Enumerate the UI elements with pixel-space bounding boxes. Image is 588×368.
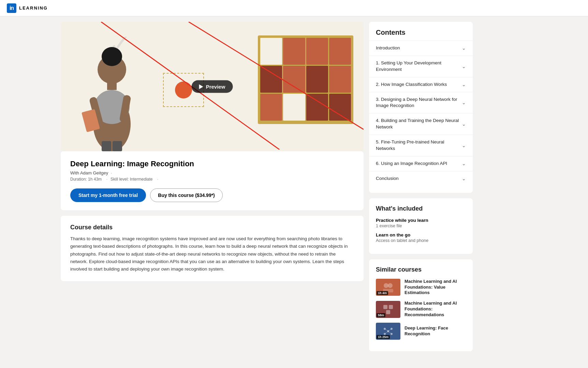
- grid-cell: [329, 38, 351, 65]
- contents-item-label: 3. Designing a Deep Neural Network for I…: [376, 96, 462, 109]
- included-item-practice: Practice while you learn 1 exercise file: [376, 218, 466, 228]
- chevron-down-icon: ⌄: [462, 143, 466, 148]
- course-details-section: Course details Thanks to deep learning, …: [61, 216, 364, 281]
- chevron-down-icon: ⌄: [462, 82, 466, 87]
- orange-circle: [175, 81, 192, 98]
- duration: Duration: 1h 43m: [70, 177, 102, 182]
- contents-item-label: 6. Using an Image Recognition API: [376, 160, 462, 167]
- course-description: Thanks to deep learning, image recogniti…: [70, 235, 354, 273]
- chevron-down-icon: ⌄: [462, 161, 466, 166]
- similar-course-info-2: Machine Learning and AI Foundations: Rec…: [405, 301, 466, 318]
- contents-item-1[interactable]: 1. Setting Up Your Development Environme…: [369, 56, 473, 77]
- similar-course-title-2: Machine Learning and AI Foundations: Rec…: [405, 301, 466, 318]
- grid-cell: [306, 94, 328, 121]
- preview-label: Preview: [206, 84, 225, 90]
- chevron-down-icon: ⌄: [462, 176, 466, 181]
- contents-item-conclusion[interactable]: Conclusion ⌄: [369, 171, 473, 186]
- preview-button[interactable]: Preview: [192, 80, 233, 93]
- contents-item-4[interactable]: 4. Building and Training the Deep Neural…: [369, 113, 473, 135]
- similar-courses-title: Similar courses: [376, 266, 466, 273]
- similar-course-item-1[interactable]: 1h 4m Machine Learning and AI Foundation…: [376, 279, 466, 296]
- woman-illustration: [74, 35, 149, 151]
- cta-buttons: Start my 1-month free trial Buy this cou…: [70, 188, 354, 202]
- svg-line-25: [385, 331, 388, 334]
- contents-item-label: Introduction: [376, 45, 462, 51]
- svg-rect-9: [102, 141, 111, 151]
- chevron-down-icon: ⌄: [462, 100, 466, 105]
- grid-cell: [260, 94, 282, 121]
- duration-badge-3: 1h 25m: [377, 335, 390, 339]
- thumbnail-inner: ✓: [61, 22, 364, 151]
- grid-cell: [306, 66, 328, 93]
- similar-course-thumb-2: 58m: [376, 301, 400, 318]
- course-thumbnail: ✓: [61, 22, 364, 151]
- duration-badge-2: 58m: [377, 313, 385, 317]
- course-meta: Duration: 1h 43m · Skill level: Intermed…: [70, 177, 354, 182]
- grid-cell: [260, 38, 282, 65]
- whats-included-card: What's included Practice while you learn…: [369, 198, 473, 254]
- contents-item-label: 2. How Image Classification Works: [376, 81, 462, 88]
- svg-line-26: [388, 329, 392, 331]
- header: in LEARNING: [0, 0, 588, 16]
- grid-cell: [260, 66, 282, 93]
- contents-item-label: Conclusion: [376, 175, 462, 182]
- whats-included-title: What's included: [376, 205, 466, 212]
- svg-rect-10: [113, 141, 122, 151]
- contents-item-3[interactable]: 3. Designing a Deep Neural Network for I…: [369, 92, 473, 114]
- contents-item-introduction[interactable]: Introduction ⌄: [369, 41, 473, 56]
- svg-point-3: [106, 49, 118, 61]
- grid-cell: [306, 38, 328, 65]
- similar-course-info-1: Machine Learning and AI Foundations: Val…: [405, 279, 466, 296]
- contents-item-2[interactable]: 2. How Image Classification Works ⌄: [369, 77, 473, 92]
- logo-container[interactable]: in LEARNING: [7, 3, 48, 13]
- course-details-heading: Course details: [70, 224, 354, 231]
- similar-course-title-1: Machine Learning and AI Foundations: Val…: [405, 279, 466, 296]
- grid-cell: [283, 38, 305, 65]
- similar-course-item-3[interactable]: 1h 25m Deep Learning: Face Recognition: [376, 323, 466, 340]
- svg-rect-4: [107, 82, 117, 90]
- grid-cell: [283, 66, 305, 93]
- grid-illustration: [258, 35, 353, 124]
- contents-item-6[interactable]: 6. Using an Image Recognition API ⌄: [369, 156, 473, 171]
- svg-point-14: [388, 283, 393, 288]
- course-title: Deep Learning: Image Recognition: [70, 159, 354, 168]
- sidebar: Contents Introduction ⌄ 1. Setting Up Yo…: [369, 16, 478, 357]
- brand-label: LEARNING: [19, 5, 48, 11]
- contents-item-label: 1. Setting Up Your Development Environme…: [376, 60, 462, 73]
- chevron-down-icon: ⌄: [462, 64, 466, 69]
- chevron-down-icon: ⌄: [462, 121, 466, 127]
- mobile-subtitle: Access on tablet and phone: [376, 238, 466, 243]
- practice-title: Practice while you learn: [376, 218, 466, 223]
- contents-card: Contents Introduction ⌄ 1. Setting Up Yo…: [369, 22, 473, 193]
- main-content: ✓: [55, 16, 369, 357]
- svg-rect-18: [386, 310, 390, 314]
- similar-courses-card: Similar courses 1h 4m Machine Learning a…: [369, 259, 473, 351]
- contents-title: Contents: [369, 29, 473, 41]
- mobile-title: Learn on the go: [376, 232, 466, 237]
- contents-item-label: 4. Building and Training the Deep Neural…: [376, 118, 462, 131]
- similar-course-info-3: Deep Learning: Face Recognition: [405, 325, 466, 337]
- skill-level: Skill level: Intermediate: [111, 177, 152, 182]
- contents-item-5[interactable]: 5. Fine-Tuning Pre-trained Neural Networ…: [369, 135, 473, 156]
- svg-rect-17: [389, 305, 393, 309]
- svg-rect-16: [383, 305, 387, 309]
- linkedin-icon: in: [7, 3, 16, 13]
- similar-course-thumb-3: 1h 25m: [376, 323, 400, 340]
- page-wrapper: ✓: [55, 0, 533, 357]
- buy-course-button[interactable]: Buy this course ($34.99*): [150, 188, 223, 202]
- play-icon: [199, 84, 203, 89]
- contents-item-label: 5. Fine-Tuning Pre-trained Neural Networ…: [376, 139, 462, 152]
- similar-course-item-2[interactable]: 58m Machine Learning and AI Foundations:…: [376, 301, 466, 318]
- duration-badge-1: 1h 4m: [377, 291, 388, 295]
- course-author: With Adam Geitgey ·: [70, 170, 354, 175]
- grid-cell: [329, 66, 351, 93]
- start-trial-button[interactable]: Start my 1-month free trial: [70, 188, 146, 202]
- chevron-down-icon: ⌄: [462, 45, 466, 51]
- practice-subtitle: 1 exercise file: [376, 224, 466, 228]
- included-item-mobile: Learn on the go Access on tablet and pho…: [376, 232, 466, 243]
- grid-cell: [329, 94, 351, 121]
- grid-cell: [283, 94, 305, 121]
- svg-line-24: [385, 329, 388, 331]
- svg-point-13: [384, 283, 388, 288]
- course-info-section: Deep Learning: Image Recognition With Ad…: [61, 151, 364, 210]
